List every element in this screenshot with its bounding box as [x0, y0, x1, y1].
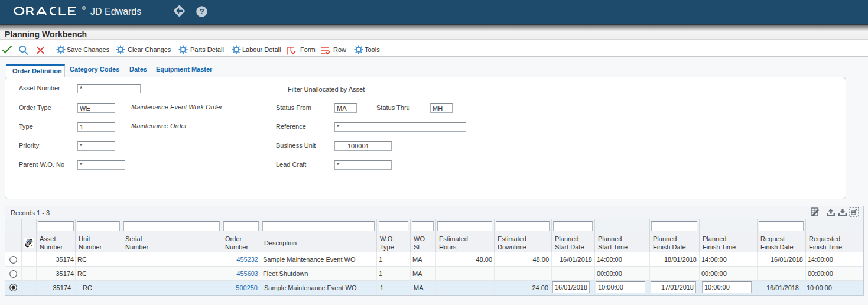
svg-text:?: ? [199, 7, 204, 16]
